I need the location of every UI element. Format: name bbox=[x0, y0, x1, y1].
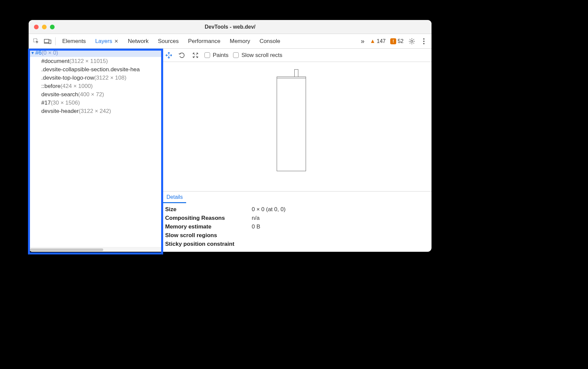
details-value: n/a bbox=[252, 215, 260, 221]
tab-label: Console bbox=[259, 38, 280, 45]
checkbox-label: Slow scroll rects bbox=[241, 52, 282, 59]
warnings-badge[interactable]: ▲ 147 bbox=[368, 38, 388, 45]
tree-item-root[interactable]: ▼ #6 (0 × 0) bbox=[29, 49, 161, 57]
rotate-mode-icon[interactable] bbox=[178, 51, 186, 60]
details-key: Slow scroll regions bbox=[165, 232, 252, 239]
details-key: Compositing Reasons bbox=[165, 215, 252, 221]
details-row-size: Size 0 × 0 (at 0, 0) bbox=[165, 205, 428, 214]
tree-dimensions: (0 × 0) bbox=[42, 50, 58, 56]
warning-icon: ▲ bbox=[370, 38, 376, 45]
window-title: DevTools - web.dev/ bbox=[29, 24, 432, 30]
tree-label: .devsite-top-logo-row bbox=[41, 75, 94, 81]
tree-label: ::before bbox=[41, 83, 61, 90]
layer-rect[interactable] bbox=[277, 78, 306, 171]
svg-point-6 bbox=[423, 41, 425, 42]
pan-mode-icon[interactable] bbox=[164, 51, 173, 60]
tab-layers[interactable]: Layers ✕ bbox=[91, 34, 123, 48]
warnings-count: 147 bbox=[377, 38, 386, 44]
tree-item[interactable]: .devsite-collapsible-section.devsite-hea bbox=[29, 65, 161, 74]
details-value: 0 × 0 (at 0, 0) bbox=[252, 206, 286, 213]
tree-dimensions: (3122 × 11015) bbox=[69, 58, 108, 65]
tab-label: Sources bbox=[158, 38, 178, 45]
zoom-window-button[interactable] bbox=[50, 25, 55, 29]
devtools-window: DevTools - web.dev/ Elements Layers ✕ Ne… bbox=[29, 20, 432, 252]
tree-dimensions: (3122 × 242) bbox=[79, 108, 111, 115]
tab-label: Elements bbox=[62, 38, 86, 45]
issues-badge[interactable]: ! 52 bbox=[388, 38, 406, 44]
close-icon[interactable]: ✕ bbox=[114, 38, 119, 44]
svg-point-5 bbox=[423, 38, 425, 40]
layers-3d-viewport[interactable] bbox=[162, 62, 432, 191]
device-toolbar-icon[interactable] bbox=[42, 36, 53, 47]
details-key: Sticky position constraint bbox=[165, 241, 252, 247]
tab-memory[interactable]: Memory bbox=[225, 34, 255, 48]
toolbar-right: » ▲ 147 ! 52 bbox=[358, 36, 430, 47]
tab-network[interactable]: Network bbox=[123, 34, 153, 48]
content-area: ▼ #6 (0 × 0) #document (3122 × 11015) .d… bbox=[29, 49, 432, 252]
layers-tree-panel: ▼ #6 (0 × 0) #document (3122 × 11015) .d… bbox=[29, 49, 162, 252]
tab-label: Network bbox=[128, 38, 148, 45]
details-row-sticky: Sticky position constraint bbox=[165, 240, 428, 248]
details-body: Size 0 × 0 (at 0, 0) Compositing Reasons… bbox=[162, 203, 432, 252]
details-value: 0 B bbox=[252, 223, 260, 230]
tree-dimensions: (400 × 72) bbox=[78, 91, 104, 98]
kebab-menu-icon[interactable] bbox=[418, 36, 430, 47]
close-window-button[interactable] bbox=[34, 25, 39, 29]
more-tabs-icon[interactable]: » bbox=[358, 37, 367, 45]
slow-scroll-rects-checkbox[interactable]: Slow scroll rects bbox=[233, 52, 282, 59]
layer-rect[interactable] bbox=[294, 69, 298, 77]
tree-label: #document bbox=[41, 58, 69, 65]
reset-view-icon[interactable] bbox=[191, 51, 200, 60]
tab-sources[interactable]: Sources bbox=[153, 34, 183, 48]
main-pane: Paints Slow scroll rects Details Size 0 … bbox=[162, 49, 432, 252]
titlebar: DevTools - web.dev/ bbox=[29, 20, 432, 34]
tab-label: Performance bbox=[188, 38, 220, 45]
tab-console[interactable]: Console bbox=[255, 34, 285, 48]
tree-label: .devsite-collapsible-section.devsite-hea bbox=[41, 66, 140, 73]
svg-point-7 bbox=[423, 43, 425, 44]
minimize-window-button[interactable] bbox=[42, 25, 47, 29]
svg-point-4 bbox=[411, 40, 413, 42]
tree-item[interactable]: ::before (424 × 1000) bbox=[29, 82, 161, 90]
tree-item[interactable]: .devsite-top-logo-row (3122 × 108) bbox=[29, 74, 161, 82]
tab-label: Memory bbox=[230, 38, 250, 45]
tree-item[interactable]: devsite-header (3122 × 242) bbox=[29, 107, 161, 115]
checkbox-label: Paints bbox=[213, 52, 228, 59]
tree-dimensions: (424 × 1000) bbox=[61, 83, 93, 90]
checkbox-icon bbox=[204, 52, 210, 58]
tree-item[interactable]: #document (3122 × 11015) bbox=[29, 57, 161, 65]
details-row-slow-scroll: Slow scroll regions bbox=[165, 231, 428, 240]
tree-label: devsite-header bbox=[41, 108, 79, 115]
svg-rect-1 bbox=[44, 39, 49, 43]
details-tab[interactable]: Details bbox=[163, 191, 186, 203]
issue-icon: ! bbox=[390, 38, 396, 44]
tree-dimensions: (3122 × 108) bbox=[94, 75, 127, 81]
main-toolbar: Elements Layers ✕ Network Sources Perfor… bbox=[29, 34, 432, 49]
tab-elements[interactable]: Elements bbox=[58, 34, 91, 48]
checkbox-icon bbox=[233, 52, 239, 58]
settings-icon[interactable] bbox=[406, 36, 418, 47]
separator bbox=[55, 37, 56, 45]
layer-details-panel: Details Size 0 × 0 (at 0, 0) Compositing… bbox=[162, 191, 432, 252]
horizontal-scrollbar[interactable] bbox=[29, 247, 161, 252]
layers-tree[interactable]: ▼ #6 (0 × 0) #document (3122 × 11015) .d… bbox=[29, 49, 161, 247]
paints-checkbox[interactable]: Paints bbox=[204, 52, 228, 59]
inspect-element-icon[interactable] bbox=[31, 36, 42, 47]
details-row-compositing: Compositing Reasons n/a bbox=[165, 214, 428, 222]
tree-label: #6 bbox=[35, 50, 42, 56]
scrollbar-thumb[interactable] bbox=[30, 248, 103, 251]
tree-item[interactable]: devsite-search (400 × 72) bbox=[29, 90, 161, 99]
details-row-memory: Memory estimate 0 B bbox=[165, 222, 428, 231]
traffic-lights bbox=[29, 25, 55, 29]
tree-item[interactable]: #17 (30 × 1506) bbox=[29, 99, 161, 107]
details-key: Size bbox=[165, 206, 252, 213]
layers-subtoolbar: Paints Slow scroll rects bbox=[162, 49, 432, 62]
details-key: Memory estimate bbox=[165, 223, 252, 230]
tab-label: Layers bbox=[95, 38, 112, 45]
tab-performance[interactable]: Performance bbox=[183, 34, 225, 48]
tree-dimensions: (30 × 1506) bbox=[51, 100, 80, 106]
collapse-icon[interactable]: ▼ bbox=[31, 51, 35, 55]
issues-count: 52 bbox=[398, 38, 404, 44]
tree-label: #17 bbox=[41, 100, 51, 106]
tree-label: devsite-search bbox=[41, 91, 78, 98]
